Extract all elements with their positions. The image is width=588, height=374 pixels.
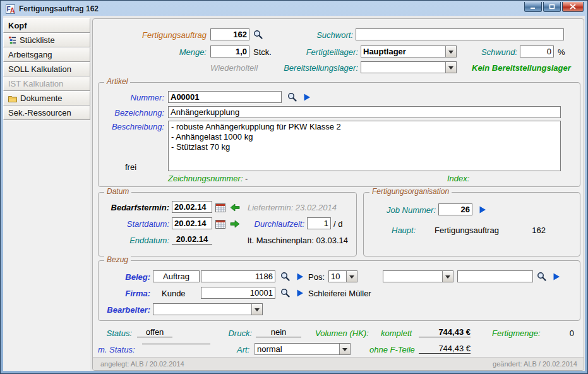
komplett-label: komplett [381, 329, 412, 338]
reference-search-button[interactable] [535, 270, 548, 282]
frei-label: frei [125, 162, 136, 172]
sidebar-item-label: Arbeitsgang [8, 50, 52, 59]
bedarfstermin-input[interactable] [172, 201, 212, 213]
window-controls [524, 2, 584, 12]
schwund-label: Schwund: [476, 47, 517, 57]
app-window: FA Fertigungsauftrag 162 Kopf Stückliste… [0, 0, 588, 374]
bedarfstermin-calendar-button[interactable] [214, 201, 227, 214]
bezug-group-title: Bezug [104, 255, 131, 264]
sidebar-item-dokumente[interactable]: Dokumente [3, 91, 90, 106]
fertigungsorganisation-group-title: Fertigungsorganisation [369, 187, 452, 196]
startdatum-shift-button[interactable] [229, 217, 241, 230]
sidebar: Kopf Stückliste Arbeitsgang SOLL Kalkula… [3, 18, 90, 371]
search-icon [280, 288, 290, 298]
dropdown-icon[interactable] [442, 271, 453, 282]
sidebar-item-soll-kalkulation[interactable]: SOLL Kalkulation [3, 62, 90, 76]
beleg-number-input[interactable] [201, 270, 275, 282]
fertigteillager-select[interactable]: Hauptlager [361, 45, 457, 57]
bedarfstermin-shift-button[interactable] [229, 201, 241, 214]
svg-text:A: A [10, 6, 15, 13]
schwund-input[interactable] [520, 45, 554, 57]
sidebar-item-label: Kopf [8, 21, 27, 30]
sidebar-item-kopf[interactable]: Kopf [3, 18, 90, 33]
druck-value: nein [256, 327, 301, 337]
startdatum-calendar-button[interactable] [214, 217, 227, 230]
close-button[interactable] [562, 2, 584, 12]
suchwort-label: Suchwort: [282, 30, 353, 40]
durchlaufzeit-label: Durchlaufzeit: [248, 219, 304, 229]
startdatum-label: Startdatum: [99, 219, 169, 229]
bearbeiter-select[interactable] [153, 303, 263, 315]
menge-label: Menge: [112, 47, 207, 57]
job-nummer-label: Job Nummer: [364, 205, 436, 215]
job-nummer-input[interactable] [438, 203, 472, 215]
firma-open-button[interactable] [294, 287, 306, 299]
reference-input[interactable] [457, 270, 533, 282]
fertigteillager-label: Fertigteillager: [270, 47, 358, 57]
dropdown-icon[interactable] [445, 46, 456, 57]
dropdown-icon[interactable] [251, 304, 262, 315]
open-arrow-icon [479, 206, 486, 214]
sidebar-item-stueckliste[interactable]: Stückliste [3, 33, 90, 47]
beschreibung-textarea[interactable]: - robuste Anhängerkupplung für PKW Klass… [168, 121, 561, 171]
search-icon [537, 272, 546, 281]
artikel-search-button[interactable] [285, 90, 298, 103]
fertigmenge-value: 0 [553, 329, 574, 338]
artikel-group-title: Artikel [104, 77, 130, 86]
fa-number-input[interactable] [210, 28, 249, 40]
bezeichnung-input[interactable] [168, 106, 561, 118]
fa-label: Fertigungsauftrag [112, 30, 207, 40]
job-open-button[interactable] [476, 203, 489, 216]
reference-select[interactable] [383, 270, 453, 282]
reference-open-button[interactable] [550, 270, 563, 283]
sidebar-item-sek-ressourcen[interactable]: Sek.-Ressourcen [3, 106, 90, 120]
reference-select-value [383, 271, 442, 282]
kein-bereitstellungslager-note: Kein Bereitstellungslager [472, 63, 571, 73]
art-select[interactable]: normal [255, 343, 351, 355]
sidebar-item-arbeitsgang[interactable]: Arbeitsgang [3, 47, 90, 62]
firma-search-button[interactable] [279, 286, 291, 299]
window-title: Fertigungsauftrag 162 [19, 4, 99, 13]
beleg-search-button[interactable] [279, 270, 291, 282]
firma-type-label: Kunde [162, 289, 186, 298]
liefertermin-text: Liefertermin: 23.02.2014 [248, 203, 337, 212]
suchwort-input[interactable] [356, 28, 564, 40]
beleg-open-button[interactable] [294, 270, 306, 283]
firma-number-input[interactable] [201, 287, 275, 299]
datum-groupbox: Datum Bedarfstermin: Liefertermin: 23.02… [98, 192, 357, 256]
sidebar-item-ist-kalkulation: IST Kalkulation [3, 76, 90, 91]
client-area: Kopf Stückliste Arbeitsgang SOLL Kalkula… [3, 16, 585, 371]
pos-select[interactable]: 10 [328, 270, 357, 282]
durchlaufzeit-input[interactable] [307, 217, 331, 229]
maximize-button[interactable] [543, 2, 561, 12]
bereitstellungslager-select[interactable] [361, 61, 457, 73]
enddatum-value: 20.02.14 [172, 234, 212, 244]
green-arrow-left-icon [230, 203, 240, 212]
art-label: Art: [237, 345, 249, 354]
artikel-nummer-input[interactable] [168, 91, 282, 103]
open-arrow-icon [303, 94, 311, 101]
modified-info: geändert: ALB / 20.02.2014 [493, 360, 577, 368]
m-status-value [142, 344, 210, 344]
artikel-open-button[interactable] [301, 91, 313, 104]
pos-value: 10 [329, 271, 346, 282]
dropdown-icon[interactable] [445, 62, 456, 73]
bom-icon [8, 36, 16, 44]
open-arrow-icon [296, 289, 304, 297]
volumen-label: Volumen (HK): [315, 329, 369, 338]
menge-input[interactable] [210, 45, 249, 57]
dropdown-icon[interactable] [346, 271, 357, 282]
dropdown-icon[interactable] [339, 344, 350, 354]
index-label: Index: [447, 174, 469, 183]
menge-unit: Stck. [253, 47, 272, 57]
fertigmenge-label: Fertigmenge: [492, 329, 541, 338]
ohne-fteile-label: ohne F-Teile [369, 345, 415, 354]
sidebar-item-label: SOLL Kalkulation [8, 64, 71, 74]
sidebar-item-label: Dokumente [20, 94, 62, 103]
startdatum-input[interactable] [172, 217, 212, 229]
haupt-fa-number: 162 [505, 226, 546, 235]
firma-label: Firma: [99, 289, 150, 298]
beleg-type-field[interactable] [153, 270, 200, 282]
fa-search-button[interactable] [251, 28, 264, 40]
minimize-button[interactable] [524, 2, 542, 12]
